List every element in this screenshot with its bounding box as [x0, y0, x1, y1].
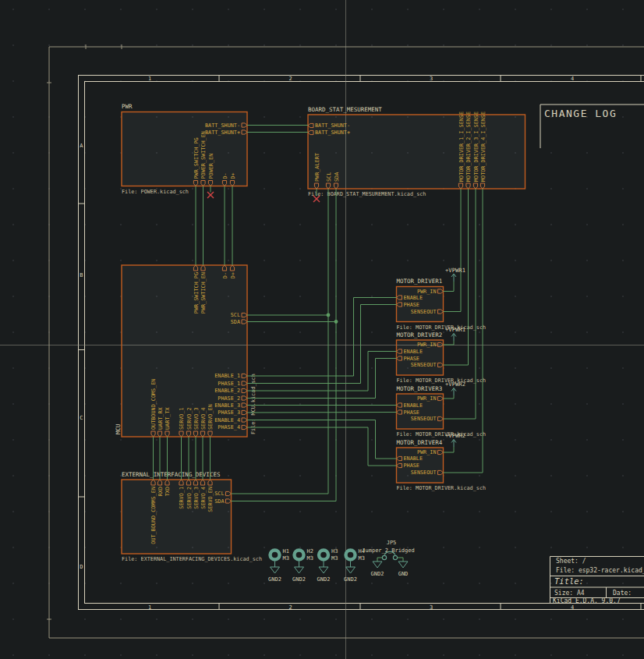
gnd-symbol-icon[interactable] — [373, 562, 382, 568]
schematic-canvas[interactable]: 11223344ABCDCHANGE LOGPWRFile: POWER.kic… — [0, 0, 644, 659]
sheet-pin-label[interactable]: ENABLE_3 — [214, 402, 240, 409]
sheet-pin-label[interactable]: SCL — [231, 312, 240, 318]
wire[interactable] — [444, 282, 455, 292]
sheet-pin-label[interactable]: RXD — [157, 487, 164, 496]
sheet-pin-label[interactable]: BATT_SHUNT- — [315, 122, 350, 129]
sheet-pin-label[interactable]: ENABLE_4 — [214, 417, 240, 423]
sheet-pin-label[interactable]: SERVO_EN — [207, 404, 214, 430]
sheet-pin-label[interactable]: SERVO_4 — [200, 487, 207, 509]
wire[interactable] — [444, 395, 455, 399]
sheet-name[interactable]: MOTOR_DRIVER4 — [397, 439, 443, 446]
sheet-pin-label[interactable]: ENABLE — [404, 402, 423, 409]
sheet-pin-label[interactable]: UART_RX — [157, 406, 164, 430]
sheet-pin-label[interactable]: SERVO_2 — [186, 407, 193, 430]
sheet-pin-label[interactable]: SERVO_2 — [186, 487, 193, 509]
sheet-pin-label[interactable]: SENSEOUT — [411, 309, 437, 315]
sheet-pin-label[interactable]: SCL — [326, 172, 332, 182]
sheet-pin-label[interactable]: MOTOR_DRIVER_2_I_SENSE — [465, 112, 472, 182]
sheet-pin-label[interactable]: ENABLE_2 — [214, 388, 240, 394]
sheet-name[interactable]: MOTOR_DRIVER2 — [397, 331, 443, 338]
sheet-pin-label[interactable]: PHASE — [404, 302, 419, 308]
sheet-pin-label[interactable]: TXD — [165, 487, 171, 496]
sheet-pin-label[interactable]: PWR_SWITCH_PG — [193, 272, 200, 314]
gnd-symbol-icon[interactable] — [398, 562, 408, 568]
sheet-pin-label[interactable]: PWR_SWITCH_PG — [193, 137, 200, 179]
jumper-pad-icon[interactable] — [393, 555, 397, 559]
gnd-symbol-icon[interactable] — [319, 567, 328, 573]
sheet-name[interactable]: MCU — [115, 423, 122, 434]
sheet-name[interactable]: MOTOR_DRIVER3 — [397, 385, 443, 392]
wire[interactable] — [247, 413, 397, 413]
power-flag-label[interactable]: +VPWR2 — [445, 381, 465, 388]
sheet-pin-label[interactable]: PHASE_3 — [218, 409, 240, 416]
sheet-pin-label[interactable]: PHASE — [404, 462, 419, 469]
wire[interactable] — [247, 298, 397, 377]
power-flag-label[interactable]: +VPWR1 — [445, 326, 465, 333]
gnd-symbol-icon[interactable] — [271, 567, 280, 573]
sheet-pin-label[interactable]: BATT_SHUNT+ — [315, 129, 350, 136]
power-flag-label[interactable]: +VPWR1 — [445, 267, 465, 274]
sheet-pin-label[interactable]: SENSEOUT — [411, 469, 437, 476]
wire[interactable] — [444, 341, 455, 345]
sheet-pin-label[interactable]: OUTBOUND_COMS_EN — [150, 379, 157, 430]
sheet-pin-label[interactable]: ENABLE — [404, 295, 423, 301]
wire[interactable] — [377, 558, 382, 562]
sheet-pin-label[interactable]: PWR_IN — [417, 289, 437, 295]
sheet-pin-label[interactable]: ENABLE — [404, 349, 423, 355]
wire[interactable] — [247, 420, 397, 459]
junction-dot[interactable] — [334, 320, 338, 324]
wire[interactable] — [247, 305, 397, 384]
sheet-pin-label[interactable]: SENSEOUT — [411, 362, 437, 368]
sheet-pin-label[interactable]: PWR_SWTICH_EN — [200, 272, 207, 314]
sheet-pin-label[interactable]: PHASE — [404, 409, 419, 416]
sheet-pin-label[interactable]: OUT_BOUND_COMMS_EN — [150, 487, 157, 544]
sheet-name[interactable]: PWR — [122, 103, 133, 110]
sheet-pin-label[interactable]: D- — [222, 172, 228, 179]
wire[interactable] — [247, 427, 397, 466]
sheet-pin-label[interactable]: PHASE_4 — [218, 424, 240, 430]
sheet-pin-label[interactable]: D+ — [230, 172, 236, 179]
sheet-pin-label[interactable]: PWR_ALERT — [314, 153, 320, 182]
sheet-pin-label[interactable]: POWER_EN — [208, 154, 214, 179]
mounting-hole-h1[interactable] — [271, 551, 280, 560]
sheet-pin-label[interactable]: SDA — [214, 498, 224, 505]
sheet-pin-label[interactable]: SERVO_4 — [200, 407, 207, 430]
mounting-hole-h4[interactable] — [346, 551, 356, 560]
sheet-pin-label[interactable]: PHASE_2 — [218, 395, 240, 402]
junction-dot[interactable] — [327, 314, 331, 317]
gnd-symbol-icon[interactable] — [295, 567, 304, 573]
wire[interactable] — [444, 447, 455, 452]
sheet-pin-label[interactable]: MOTOR_DRIVER_1_I_SENSE — [458, 112, 465, 182]
sheet-pin-label[interactable]: SDA — [231, 319, 240, 325]
sheet-pin-label[interactable]: SENSEOUT — [411, 416, 437, 422]
sheet-pin-label[interactable]: PWR_IN — [417, 395, 437, 402]
sheet-pin-label[interactable]: UART_TX — [165, 406, 171, 430]
sheet-pin-label[interactable]: SCL — [214, 491, 224, 497]
wire[interactable] — [247, 352, 397, 392]
jumper-pad-icon[interactable] — [382, 555, 386, 559]
sheet-pin-label[interactable]: D- — [222, 272, 228, 278]
sheet-pin-label[interactable]: ENABLE — [404, 455, 423, 462]
sheet-name[interactable]: BOARD_STAT_MESUREMENT — [308, 106, 382, 113]
gnd-symbol-icon[interactable] — [346, 567, 356, 573]
sheet-pin-label[interactable]: POWER_SWITCH_EN — [200, 131, 207, 179]
sheet-pin-label[interactable]: SERVO_EN — [207, 487, 214, 512]
sheet-pin-label[interactable]: MOTOR_DRIVER_3_I_SENSE — [473, 112, 479, 182]
sheet-name[interactable]: MOTOR_DRIVER1 — [397, 278, 443, 285]
sheet-pin-label[interactable]: PHASE_1 — [218, 381, 240, 387]
sheet-name[interactable]: EXTERNAL_INTERFACING_DEVICES — [122, 471, 221, 478]
sheet-pin-label[interactable]: MOTOR_DRIVER_4_I_SENSE — [480, 112, 487, 182]
sheet-pin-label[interactable]: BATT_SHUNT- — [205, 122, 240, 129]
sheet-pin-label[interactable]: D+ — [230, 272, 236, 278]
wire[interactable] — [444, 189, 462, 312]
sheet-pin-label[interactable]: SERVO_1 — [179, 487, 185, 509]
sheet-pin-label[interactable]: ENABLE_1 — [214, 373, 240, 379]
sheet-pin-label[interactable]: SERVO_3 — [193, 487, 200, 509]
wire[interactable] — [398, 558, 403, 562]
mounting-hole-h2[interactable] — [295, 551, 304, 560]
sheet-pin-label[interactable]: SDA — [334, 172, 340, 182]
sheet-pin-label[interactable]: PWR_IN — [417, 449, 437, 455]
sheet-pin-label[interactable]: SERVO_3 — [193, 407, 200, 430]
power-flag-label[interactable]: +VPWR2 — [445, 432, 465, 439]
sheet-pin-label[interactable]: SERVO_1 — [179, 407, 185, 430]
